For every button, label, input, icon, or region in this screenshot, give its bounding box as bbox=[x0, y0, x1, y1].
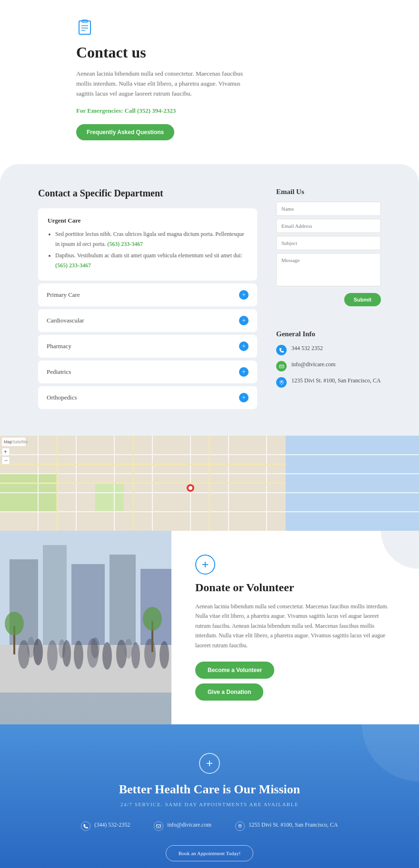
svg-point-67 bbox=[239, 825, 240, 826]
map-image: Map Satellite + − bbox=[0, 436, 419, 531]
svg-rect-39 bbox=[71, 564, 105, 654]
message-input[interactable] bbox=[276, 253, 381, 286]
footer-plus-icon bbox=[199, 753, 220, 774]
svg-point-44 bbox=[33, 639, 43, 665]
footer-email-text: info@divicare.com bbox=[167, 821, 211, 829]
phone-number: 344 532 2352 bbox=[291, 345, 323, 352]
general-info-title: General Info bbox=[276, 330, 381, 338]
donation-button[interactable]: Give a Donation bbox=[195, 683, 263, 701]
urgent-care-item-2: Dapibus. Vestibulum ac diam sit amet qua… bbox=[55, 251, 248, 270]
footer-phone: (344) 532-2352 bbox=[81, 821, 130, 831]
department-item-pediatrics[interactable]: Pediatrics + bbox=[38, 361, 257, 383]
footer-title: Better Health Care is Our Mission bbox=[19, 782, 400, 797]
svg-text:+: + bbox=[4, 449, 7, 455]
svg-point-59 bbox=[5, 612, 24, 635]
svg-rect-8 bbox=[286, 436, 419, 531]
svg-text:Satellite: Satellite bbox=[12, 439, 28, 444]
footer-phone-text: (344) 532-2352 bbox=[94, 821, 130, 829]
svg-rect-40 bbox=[110, 555, 136, 654]
svg-point-53 bbox=[160, 641, 169, 669]
faq-button[interactable]: Frequently Asked Questions bbox=[76, 124, 174, 140]
name-input[interactable] bbox=[276, 202, 381, 216]
urgent-care-title: Urgent Care bbox=[48, 217, 248, 224]
address-text: 1235 Divi St. #100, San Francisco, CA bbox=[291, 377, 381, 384]
svg-point-55 bbox=[59, 639, 65, 658]
urgent-care-item-1: Sed porttitor lectus nibh. Cras ultrices… bbox=[55, 229, 248, 249]
svg-point-52 bbox=[144, 639, 156, 668]
svg-rect-38 bbox=[43, 545, 67, 654]
footer-email-icon bbox=[154, 821, 163, 831]
general-info-section: General Info 344 532 2352 info@divicare.… bbox=[276, 330, 381, 388]
location-icon bbox=[276, 377, 287, 388]
email-icon bbox=[276, 361, 287, 371]
donate-section: Donate or Volunteer Aenean lacinia biben… bbox=[0, 531, 419, 724]
info-address: 1235 Divi St. #100, San Francisco, CA bbox=[276, 377, 381, 388]
svg-rect-0 bbox=[79, 21, 90, 34]
info-email: info@divicare.com bbox=[276, 361, 381, 371]
urgent-care-box: Urgent Care Sed porttitor lectus nibh. C… bbox=[38, 208, 257, 281]
svg-point-56 bbox=[91, 637, 100, 658]
donate-title: Donate or Volunteer bbox=[195, 581, 395, 594]
svg-point-54 bbox=[27, 637, 35, 658]
svg-text:Map: Map bbox=[4, 439, 12, 444]
email-us-section: Email Us Submit bbox=[276, 188, 381, 306]
donate-image bbox=[0, 531, 171, 724]
submit-button[interactable]: Submit bbox=[344, 293, 381, 306]
footer-section: Better Health Care is Our Mission 24/7 S… bbox=[0, 724, 419, 868]
volunteer-button[interactable]: Become a Volunteer bbox=[195, 662, 274, 679]
donate-content: Donate or Volunteer Aenean lacinia biben… bbox=[171, 531, 419, 724]
clipboard-icon bbox=[76, 19, 93, 36]
department-item-primary-care[interactable]: Primary Care + bbox=[38, 283, 257, 306]
crowd-illustration bbox=[0, 531, 171, 692]
donate-description: Aenean lacinia bibendum nulla sed consec… bbox=[195, 602, 395, 650]
donate-plus-icon bbox=[195, 555, 215, 575]
department-item-orthopedics[interactable]: Orthopedics + bbox=[38, 386, 257, 409]
svg-point-6 bbox=[281, 381, 282, 382]
svg-text:−: − bbox=[4, 457, 8, 464]
department-list: Contact a Specific Department Urgent Car… bbox=[38, 188, 257, 412]
svg-point-45 bbox=[47, 640, 58, 671]
svg-point-49 bbox=[102, 642, 112, 670]
svg-rect-10 bbox=[95, 483, 124, 512]
email-input[interactable] bbox=[276, 219, 381, 233]
hero-section: Contact us Aenean lacinia bibendum nulla… bbox=[0, 0, 419, 164]
contact-forms: Email Us Submit General Info 344 532 235 bbox=[276, 188, 381, 412]
phone-icon bbox=[276, 345, 287, 355]
emergency-text: For Emergencies: Call (352) 394-2323 bbox=[76, 107, 419, 115]
urgent-care-phone-1[interactable]: (563) 233-3467 bbox=[107, 241, 143, 247]
expand-orthopedics-icon: + bbox=[239, 393, 249, 402]
departments-section: Contact a Specific Department Urgent Car… bbox=[0, 164, 419, 436]
email-us-title: Email Us bbox=[276, 188, 381, 196]
footer-address: 1255 Divi St. #100, San Francisco, CA bbox=[235, 821, 338, 831]
urgent-care-phone-2[interactable]: (565) 233-3467 bbox=[55, 262, 91, 269]
svg-rect-66 bbox=[157, 824, 161, 828]
footer-info-row: (344) 532-2352 info@divicare.com 1255 Di… bbox=[19, 821, 400, 831]
departments-title: Contact a Specific Department bbox=[38, 188, 257, 199]
svg-point-50 bbox=[116, 640, 127, 668]
info-phone: 344 532 2352 bbox=[276, 345, 381, 355]
svg-point-47 bbox=[74, 641, 83, 669]
footer-phone-icon bbox=[81, 821, 90, 831]
footer-subtitle: 24/7 SERVICE. SAME DAY APPOINTMENTS ARE … bbox=[19, 801, 400, 807]
svg-point-28 bbox=[189, 486, 192, 490]
svg-point-61 bbox=[143, 607, 162, 631]
page-title: Contact us bbox=[76, 44, 419, 61]
footer-address-text: 1255 Divi St. #100, San Francisco, CA bbox=[249, 821, 338, 829]
subject-input[interactable] bbox=[276, 236, 381, 250]
department-item-pharmacy[interactable]: Pharmacy + bbox=[38, 335, 257, 358]
map-section: Map Satellite + − bbox=[0, 436, 419, 531]
expand-cardiovascular-icon: + bbox=[239, 316, 249, 325]
footer-location-icon bbox=[235, 821, 245, 831]
expand-pharmacy-icon: + bbox=[239, 341, 249, 351]
email-address: info@divicare.com bbox=[291, 361, 336, 368]
expand-primary-care-icon: + bbox=[239, 290, 249, 300]
department-item-cardiovascular[interactable]: Cardiovascular + bbox=[38, 309, 257, 332]
footer-email: info@divicare.com bbox=[154, 821, 211, 831]
expand-pediatrics-icon: + bbox=[239, 367, 249, 377]
svg-point-51 bbox=[131, 642, 140, 669]
email-form: Submit bbox=[276, 202, 381, 306]
hero-description: Aenean lacinia bibendum nulla sed consec… bbox=[76, 69, 248, 98]
appointment-button[interactable]: Book an Appointment Today! bbox=[166, 845, 254, 861]
svg-point-57 bbox=[125, 639, 132, 659]
